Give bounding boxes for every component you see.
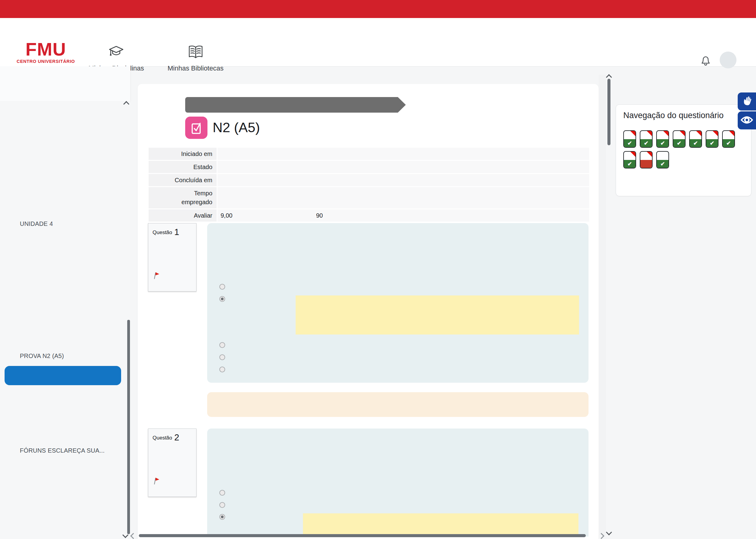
flagged-corner-icon [729,131,734,136]
quiz-summary-table: Iniciado emEstadoConcluída emTempo empre… [149,148,589,222]
summary-row-label: Tempo empregado [149,187,217,208]
flagged-corner-icon [647,131,652,136]
graduation-cap-icon [108,45,124,61]
sidebar-active-item[interactable] [5,366,121,385]
question-nav-item[interactable]: ✔ [640,130,653,148]
flagged-corner-icon [630,131,636,136]
question-1-info-box: Questão1 [148,223,196,291]
fmu-logo[interactable]: FMU CENTRO UNIVERSITÁRIO [9,40,82,64]
nav-minhas-bibliotecas[interactable]: Minhas Bibliotecas [168,45,223,72]
vertical-scrollbar-thumb[interactable] [607,79,610,145]
summary-row-label: Iniciado em [149,148,217,160]
quiz-navigation-panel: Navegação do questionário ✔✔✔✔✔✔✔✔✔ [616,105,751,196]
flag-icon[interactable] [153,477,160,486]
correct-check-icon: ✔ [690,139,701,147]
question-1-body [207,223,588,383]
top-red-bar [0,0,756,18]
fmu-logo-subtitle: CENTRO UNIVERSITÁRIO [9,59,82,64]
answer-radio[interactable] [219,342,225,348]
correct-check-icon: ✔ [640,139,652,147]
flagged-corner-icon [696,131,701,136]
sidebar-scrollbar-thumb[interactable] [127,320,130,534]
sidebar-item-prova-n2[interactable]: PROVA N2 (A5) [20,352,120,359]
scroll-down-icon[interactable] [606,529,612,535]
summary-row-label: Estado [149,161,217,173]
answer-radio[interactable] [219,284,225,290]
sidebar-top-strip [0,66,130,101]
question-nav-item[interactable]: ✔ [623,151,636,169]
flagged-corner-icon [647,152,652,157]
sign-language-icon [741,96,753,108]
summary-row-label: Concluída em [149,174,217,186]
question-number-label: Questão2 [153,432,179,442]
breadcrumb-arrow-banner [185,97,406,113]
open-book-icon [187,45,204,61]
answer-radio[interactable] [219,296,225,302]
answer-radio[interactable] [219,354,225,360]
answer-radio[interactable] [219,490,225,496]
summary-row-value [218,187,589,208]
quiz-review-page: FMU CENTRO UNIVERSITÁRIO Minhas Discipli… [0,0,756,539]
summary-row: Avaliar9,0090 [149,209,589,222]
correct-check-icon: ✔ [723,139,734,147]
vertical-scrollbar-track[interactable] [598,75,606,535]
fmu-logo-text: FMU [9,40,82,58]
correct-check-icon: ✔ [624,139,636,147]
sidebar-item-unidade-4[interactable]: UNIDADE 4 [20,220,120,227]
quiz-activity-icon [185,116,207,139]
question-1-feedback-bar [207,392,588,417]
sign-language-button[interactable] [738,93,756,111]
flagged-corner-icon [663,131,668,136]
flagged-corner-icon [713,131,718,136]
user-avatar[interactable] [720,51,736,68]
correct-check-icon: ✔ [657,160,668,168]
question-2-body [207,428,588,537]
question-nav-item[interactable]: ✔ [656,130,669,148]
question-2-info-box: Questão2 [148,428,196,497]
scroll-left-icon[interactable] [130,533,136,539]
correct-check-icon: ✔ [706,139,718,147]
highlighted-answer-text [303,513,579,537]
summary-row-value [218,148,589,160]
flag-icon[interactable] [153,271,160,281]
quiz-nav-grid: ✔✔✔✔✔✔✔✔✔ [623,130,743,169]
correct-check-icon: ✔ [657,139,668,147]
summary-row: Tempo empregado [149,187,589,208]
question-number-label: Questão1 [153,227,179,237]
summary-row-value [218,161,589,173]
answer-radio[interactable] [219,502,225,508]
quiz-title: N2 (A5) [213,119,260,135]
summary-row: Concluída em [149,174,589,186]
question-nav-item[interactable]: ✔ [706,130,719,148]
answer-radio[interactable] [219,514,225,520]
question-nav-item[interactable] [640,151,653,169]
flagged-corner-icon [630,152,636,157]
quiz-navigation-title: Navegação do questionário [623,111,724,120]
horizontal-scrollbar-thumb[interactable] [139,534,586,537]
correct-check-icon: ✔ [673,139,685,147]
sidebar-item-foruns[interactable]: FÓRUNS ESCLAREÇA SUA... [20,447,120,454]
notifications-bell-icon[interactable] [700,54,712,68]
question-nav-item[interactable]: ✔ [673,130,686,148]
question-nav-item[interactable]: ✔ [689,130,702,148]
visibility-button[interactable] [738,112,756,129]
summary-row-value: 9,0090 [218,209,589,222]
header: FMU CENTRO UNIVERSITÁRIO Minhas Discipli… [0,18,756,66]
course-index-sidebar [0,101,130,539]
eye-icon [741,116,753,126]
incorrect-status-icon [640,160,652,168]
nav-label: Minhas Bibliotecas [168,64,223,72]
summary-row-label: Avaliar [149,209,217,222]
summary-row-value [218,174,589,186]
answer-radio[interactable] [219,366,225,372]
correct-check-icon: ✔ [624,160,636,168]
question-nav-item[interactable]: ✔ [722,130,735,148]
question-nav-item[interactable]: ✔ [623,130,636,148]
flagged-corner-icon [680,131,685,136]
summary-row: Iniciado em [149,148,589,160]
highlighted-answer-text [296,295,579,335]
question-nav-item[interactable]: ✔ [656,151,669,169]
summary-row: Estado [149,161,589,173]
